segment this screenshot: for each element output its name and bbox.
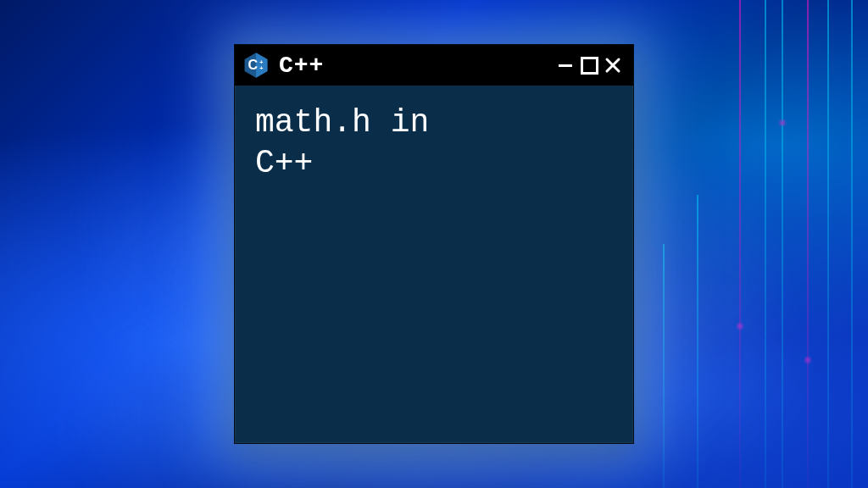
window-title: C++ [279, 53, 545, 79]
titlebar[interactable]: C + + C++ [235, 45, 633, 86]
maximize-button[interactable] [577, 53, 601, 77]
svg-text:C: C [248, 58, 258, 72]
close-button[interactable] [601, 53, 625, 77]
svg-text:+: + [259, 59, 263, 65]
minimize-button[interactable] [554, 53, 577, 77]
window-content: math.h in C++ [235, 86, 633, 200]
cpp-logo-icon: C + + [242, 51, 270, 80]
svg-text:+: + [259, 65, 263, 71]
app-window: C + + C++ math.h in C++ [234, 44, 634, 444]
window-controls [554, 53, 625, 77]
